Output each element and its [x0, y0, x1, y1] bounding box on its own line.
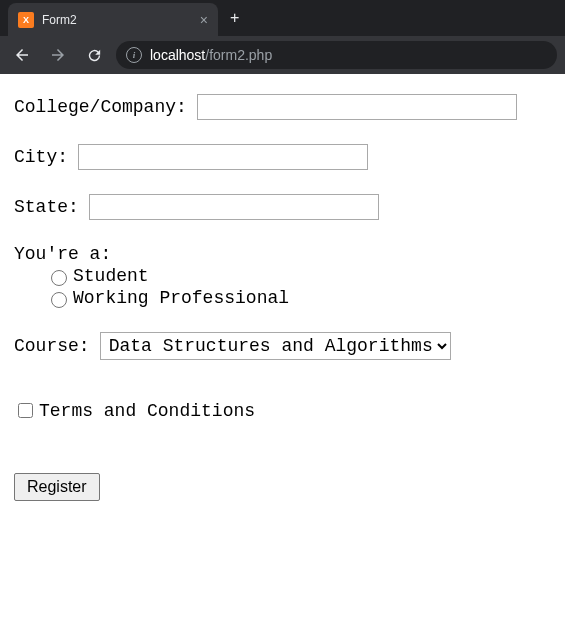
college-label: College/Company: — [14, 97, 187, 117]
xampp-favicon-icon: X — [18, 12, 34, 28]
terms-checkbox[interactable] — [18, 403, 33, 418]
course-label: Course: — [14, 336, 90, 356]
back-button[interactable] — [8, 41, 36, 69]
arrow-left-icon — [13, 46, 31, 64]
reload-button[interactable] — [80, 41, 108, 69]
city-label: City: — [14, 147, 68, 167]
state-input[interactable] — [89, 194, 379, 220]
working-radio[interactable] — [51, 292, 67, 308]
role-option-student: Student — [46, 266, 551, 286]
new-tab-button[interactable]: + — [230, 9, 239, 27]
close-tab-icon[interactable]: × — [200, 12, 208, 28]
browser-tab[interactable]: X Form2 × — [8, 3, 218, 37]
terms-row: Terms and Conditions — [14, 400, 551, 421]
college-input[interactable] — [197, 94, 517, 120]
student-radio[interactable] — [51, 270, 67, 286]
url-host: localhost — [150, 47, 205, 63]
register-button[interactable]: Register — [14, 473, 100, 501]
forward-button[interactable] — [44, 41, 72, 69]
student-radio-label: Student — [73, 266, 149, 286]
state-field-row: State: — [14, 194, 551, 220]
city-field-row: City: — [14, 144, 551, 170]
address-bar[interactable]: i localhost/form2.php — [116, 41, 557, 69]
url-text: localhost/form2.php — [150, 47, 272, 63]
course-select[interactable]: Data Structures and Algorithms — [100, 332, 451, 360]
tab-bar: X Form2 × + — [0, 0, 565, 36]
browser-chrome: X Form2 × + i localhost/form2.php — [0, 0, 565, 74]
url-path: /form2.php — [205, 47, 272, 63]
role-option-working: Working Professional — [46, 288, 551, 308]
role-label: You're a: — [14, 244, 551, 264]
reload-icon — [86, 47, 103, 64]
working-radio-label: Working Professional — [73, 288, 289, 308]
city-input[interactable] — [78, 144, 368, 170]
site-info-icon[interactable]: i — [126, 47, 142, 63]
state-label: State: — [14, 197, 79, 217]
course-field-row: Course: Data Structures and Algorithms — [14, 332, 551, 360]
terms-label: Terms and Conditions — [39, 401, 255, 421]
college-field-row: College/Company: — [14, 94, 551, 120]
page-content: College/Company: City: State: You're a: … — [0, 74, 565, 521]
arrow-right-icon — [49, 46, 67, 64]
toolbar: i localhost/form2.php — [0, 36, 565, 74]
role-radio-group: You're a: Student Working Professional — [14, 244, 551, 308]
tab-title: Form2 — [42, 13, 200, 27]
